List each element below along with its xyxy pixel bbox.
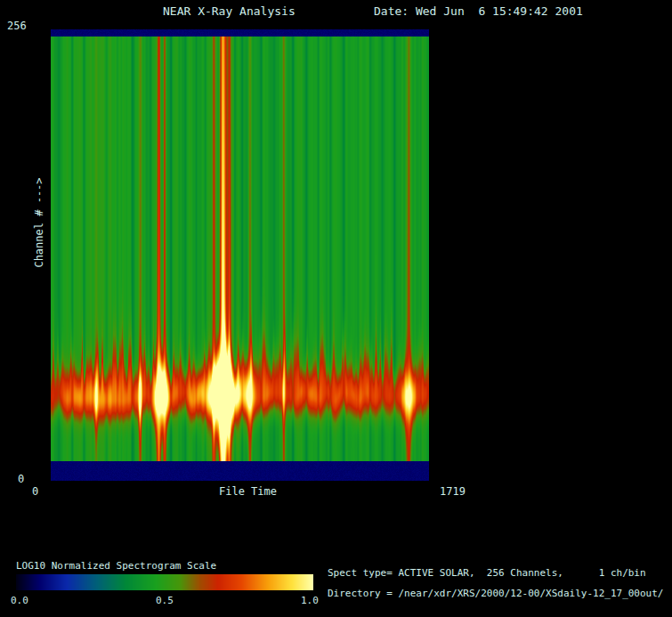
directory-text: Directory = /near/xdr/XRS/2000/12-00/XSd…: [328, 588, 664, 599]
colorbar: [16, 574, 313, 590]
colorbar-tick-min: 0.0: [11, 595, 28, 606]
colorbar-title: LOG10 Normalized Spectrogram Scale: [16, 560, 216, 572]
y-axis-title: Channel # --->: [33, 177, 45, 267]
colorbar-tick-mid: 0.5: [156, 595, 174, 606]
x-axis-max-label: 1719: [440, 485, 466, 498]
app-window: NEAR X-Ray Analysis Date: Wed Jun 6 15:4…: [0, 0, 672, 617]
page-title: NEAR X-Ray Analysis: [163, 4, 296, 18]
x-axis-min-label: 0: [32, 485, 38, 498]
y-axis-min-label: 0: [18, 473, 24, 485]
x-axis-title: File Time: [219, 485, 277, 498]
spectrogram-image: [51, 29, 429, 481]
spect-type-text: Spect type= ACTIVE SOLAR, 256 Channels, …: [328, 567, 646, 579]
header-date: Date: Wed Jun 6 15:49:42 2001: [374, 4, 583, 18]
colorbar-tick-max: 1.0: [301, 595, 319, 606]
y-axis-max-label: 256: [7, 20, 27, 32]
